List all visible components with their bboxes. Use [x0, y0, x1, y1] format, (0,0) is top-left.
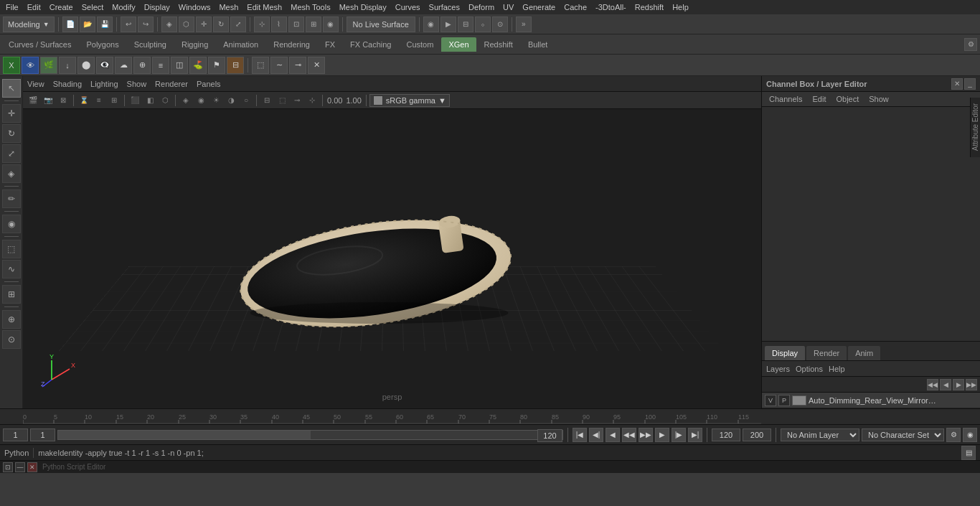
vp-hud3[interactable]: ⊸ [290, 94, 304, 107]
layer-playback-button[interactable]: P [778, 395, 790, 406]
vp-channels[interactable]: ≡ [92, 94, 106, 107]
vp-menu-panels[interactable]: Panels [197, 80, 221, 88]
open-scene-button[interactable]: 📂 [80, 17, 95, 32]
move-tool[interactable]: ✛ [2, 104, 21, 123]
cb-object-menu[interactable]: Object [831, 93, 863, 105]
tab-animation[interactable]: Animation [216, 37, 265, 52]
vp-history[interactable]: ⌛ [77, 94, 91, 107]
menu-display[interactable]: Display [140, 1, 174, 13]
vp-hud2[interactable]: ⬚ [275, 94, 289, 107]
xgen-tool-1[interactable]: X [3, 57, 20, 74]
vp-texture[interactable]: ◉ [194, 94, 208, 107]
step-back-button[interactable]: ◀ [606, 428, 620, 442]
options-menu[interactable]: Options [796, 365, 823, 373]
xgen-tool-16[interactable]: ⊸ [289, 57, 306, 74]
vp-camera-btn[interactable]: 🎬 [26, 94, 40, 107]
soft-select[interactable]: ◉ [2, 215, 21, 233]
vp-stereo[interactable]: ⊠ [56, 94, 70, 107]
tab-settings-button[interactable]: ⚙ [964, 38, 977, 51]
workspace-dropdown[interactable]: Modeling ▼ [3, 17, 55, 32]
tab-polygons[interactable]: Polygons [79, 37, 126, 52]
menu-curves[interactable]: Curves [391, 1, 425, 13]
attribute-editor-tab[interactable]: Attribute Editor [970, 98, 980, 157]
tab-custom[interactable]: Custom [400, 37, 441, 52]
move-tool-button[interactable]: ✛ [196, 17, 212, 32]
menu-mesh[interactable]: Mesh [215, 1, 242, 13]
xgen-tool-14[interactable]: ⬚ [252, 57, 269, 74]
panel-minimize-button[interactable]: _ [964, 78, 976, 90]
xgen-tool-13[interactable]: ⊟ [227, 57, 244, 74]
char-set-settings-button[interactable]: ⚙ [946, 428, 961, 442]
menu-edit-mesh[interactable]: Edit Mesh [242, 1, 286, 13]
select-tool-button[interactable]: ◈ [161, 17, 177, 32]
step-forward-button[interactable]: ▶ [655, 428, 669, 442]
vp-grid[interactable]: ⊞ [107, 94, 121, 107]
next-key-button[interactable]: |▶ [672, 428, 686, 442]
tab-sculpting[interactable]: Sculpting [127, 37, 174, 52]
tab-fx[interactable]: FX [318, 37, 342, 52]
xgen-tool-6[interactable]: 👁‍🗨 [96, 57, 113, 74]
tab-xgen[interactable]: XGen [441, 37, 476, 52]
prev-key-button[interactable]: ◀| [589, 428, 603, 442]
rotate-tool-button[interactable]: ↻ [213, 17, 229, 32]
window-restore-button[interactable]: ⊡ [3, 462, 13, 472]
vp-wireframe[interactable]: ⬡ [158, 94, 172, 107]
menu-generate[interactable]: Generate [518, 1, 560, 13]
more-tools-button[interactable]: » [516, 17, 532, 32]
cb-show-menu[interactable]: Show [864, 93, 893, 105]
xgen-tool-2[interactable]: 👁 [22, 57, 39, 74]
end-frame-input[interactable] [712, 428, 740, 441]
help-menu[interactable]: Help [829, 365, 845, 373]
vp-menu-shading[interactable]: Shading [53, 80, 82, 88]
menu-mesh-display[interactable]: Mesh Display [335, 1, 391, 13]
tab-render[interactable]: Render [806, 346, 847, 360]
xgen-tool-10[interactable]: ◫ [171, 57, 188, 74]
snap-curve-button[interactable]: ⌇ [271, 17, 287, 32]
window-minimize-button[interactable]: — [15, 462, 25, 472]
char-set-select[interactable]: No Character Set [862, 428, 944, 441]
vp-hud4[interactable]: ⊹ [305, 94, 319, 107]
display-settings-button[interactable]: ⬦ [475, 17, 491, 32]
new-scene-button[interactable]: 📄 [62, 17, 78, 32]
vp-lights[interactable]: ☀ [209, 94, 223, 107]
command-history-button[interactable]: ▤ [961, 446, 976, 460]
layer-color-swatch[interactable] [792, 395, 806, 406]
xgen-tool-8[interactable]: ⊕ [133, 57, 151, 74]
layer-prev-button[interactable]: ◀◀ [927, 379, 938, 390]
menu-select[interactable]: Select [77, 1, 108, 13]
show-manipulators[interactable]: ⊞ [2, 285, 21, 304]
viewport-canvas[interactable]: persp X Y Z [23, 109, 761, 408]
hud-button[interactable]: ⊙ [492, 17, 508, 32]
scale-tool-button[interactable]: ⤢ [230, 17, 246, 32]
snap-view-button[interactable]: ⊞ [306, 17, 321, 32]
menu-windows[interactable]: Windows [174, 1, 215, 13]
ipr-button[interactable]: ⊟ [458, 17, 473, 32]
play-back-button[interactable]: ◀◀ [622, 428, 636, 442]
layers-menu[interactable]: Layers [766, 365, 790, 373]
xgen-tool-12[interactable]: ⚑ [208, 57, 225, 74]
menu-mesh-tools[interactable]: Mesh Tools [286, 1, 334, 13]
timeline-range-slider[interactable]: 120 [57, 430, 563, 440]
layer-back-button[interactable]: ◀ [940, 379, 951, 390]
vp-xray[interactable]: ◈ [179, 94, 193, 107]
tab-display[interactable]: Display [765, 346, 805, 360]
range-start-input[interactable] [30, 428, 55, 441]
render-settings-button[interactable]: ◉ [423, 17, 439, 32]
vp-menu-show[interactable]: Show [127, 80, 147, 88]
menu-surfaces[interactable]: Surfaces [425, 1, 464, 13]
xgen-tool-3[interactable]: 🌿 [40, 57, 57, 74]
anim-layer-select[interactable]: No Anim Layer [781, 428, 859, 441]
xgen-tool-7[interactable]: ☁ [115, 57, 132, 74]
menu-modify[interactable]: Modify [108, 1, 139, 13]
timeline-ruler[interactable]: 0 5 10 15 20 25 30 35 40 45 50 [23, 409, 761, 425]
playback-settings-button[interactable]: ◉ [963, 428, 977, 442]
cb-edit-menu[interactable]: Edit [808, 93, 830, 105]
scale-tool[interactable]: ⤢ [2, 144, 21, 163]
menu-cache[interactable]: Cache [560, 1, 591, 13]
snap-point-button[interactable]: ⊡ [288, 17, 304, 32]
snap-points[interactable]: ⊕ [2, 310, 21, 329]
window-close-button[interactable]: ✕ [27, 462, 37, 472]
current-frame-input[interactable] [3, 428, 28, 441]
undo-button[interactable]: ↩ [121, 17, 136, 32]
vp-menu-view[interactable]: View [27, 80, 44, 88]
